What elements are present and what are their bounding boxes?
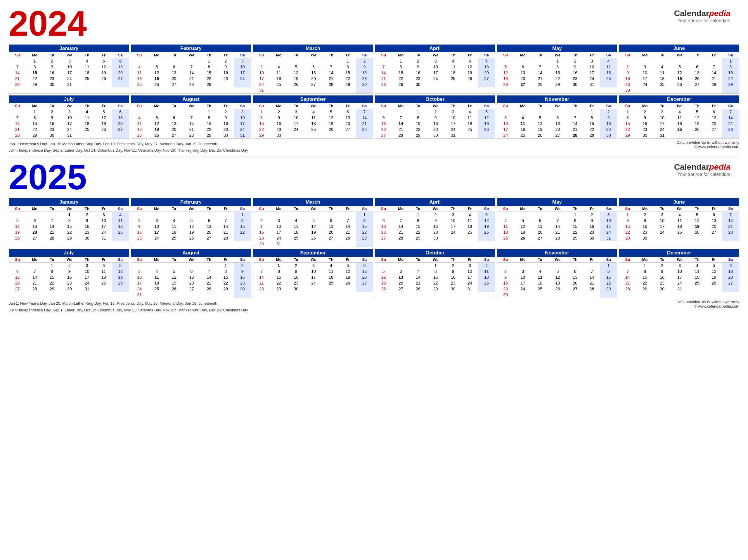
calendar-day: 20: [392, 280, 410, 286]
calendar-day: 28: [253, 286, 270, 292]
calendar-day: 20: [304, 76, 323, 81]
calendar-day: 11: [461, 115, 478, 121]
calendar-day: 29: [253, 132, 270, 138]
calendar-day: 26: [166, 286, 182, 292]
month-header: July: [9, 95, 129, 103]
calendar-day: 19: [706, 274, 722, 280]
calendar-day: 3: [288, 109, 304, 115]
day-header-tu: Tu: [288, 52, 304, 58]
day-header-mo: Mo: [26, 103, 44, 109]
calendar-day: 19: [461, 70, 478, 76]
calendar-day: 15: [584, 121, 600, 126]
calendar-day: 23: [78, 229, 95, 235]
calendar-day: 19: [95, 121, 112, 126]
calendar-day: [532, 109, 548, 115]
calendar-day: 25: [78, 76, 95, 81]
calendar-day: 4: [288, 218, 304, 224]
calendar-day: 20: [548, 126, 567, 132]
calendar-day: 17: [270, 229, 288, 235]
calendar-day: 25: [323, 280, 339, 286]
calendar-day: 14: [722, 218, 739, 224]
calendar-day: 24: [304, 280, 323, 286]
calendar-day: 5: [689, 109, 705, 115]
calendar-day: 15: [619, 224, 636, 229]
calendar-day: [600, 81, 617, 87]
calendar-day: [288, 241, 304, 247]
calendar-day: 11: [671, 218, 689, 224]
calendar-day: 17: [95, 224, 112, 229]
calendar-day: 3: [148, 218, 166, 224]
calendar-day: 8: [619, 218, 636, 224]
day-header-sa: Sa: [112, 52, 128, 58]
calendar-day: 1: [201, 58, 217, 64]
calendar-day: 19: [514, 229, 532, 235]
calendar-day: 18: [671, 121, 689, 126]
day-header-su: Su: [131, 52, 148, 58]
calendar-day: 23: [426, 126, 445, 132]
day-header-we: We: [182, 206, 201, 212]
calendar-day: 6: [166, 64, 182, 70]
calendar-day: 20: [375, 229, 392, 235]
calendar-grid-2024: JanuarySuMoTuWeThFrSa1234567891011121314…: [9, 44, 739, 138]
calendar-day: 12: [497, 70, 514, 76]
year-2025-title: 2025: [9, 160, 87, 194]
calendar-day: 1: [44, 263, 60, 269]
calendar-day: [532, 292, 548, 298]
calendar-day: 16: [288, 274, 304, 280]
calendar-day: 23: [619, 81, 636, 87]
day-header-tu: Tu: [410, 257, 426, 263]
calendar-day: 9: [410, 64, 426, 70]
calendar-day: 28: [567, 132, 584, 138]
calendar-day: 29: [426, 286, 445, 292]
brand-logo-2025: Calendarpedia Your source for calendars: [674, 162, 730, 177]
calendar-day: 7: [253, 269, 270, 274]
calendar-day: 11: [323, 269, 339, 274]
calendar-day: 22: [600, 280, 617, 286]
day-header-su: Su: [131, 257, 148, 263]
calendar-day: [304, 212, 323, 218]
calendar-day: 15: [567, 224, 584, 229]
calendar-day: 28: [323, 81, 339, 87]
calendar-day: 30: [217, 132, 234, 138]
calendar-day: 25: [654, 81, 671, 87]
calendar-day: 22: [584, 126, 600, 132]
calendar-day: 22: [410, 229, 426, 235]
calendar-day: 29: [356, 235, 373, 241]
calendar-day: 15: [26, 121, 44, 126]
day-header-th: Th: [567, 103, 584, 109]
calendar-day: 2: [60, 263, 78, 269]
calendar-day: 1: [722, 58, 739, 64]
calendar-day: 3: [95, 212, 112, 218]
day-header-su: Su: [131, 103, 148, 109]
calendar-day: 11: [514, 121, 532, 126]
calendar-day: [26, 212, 44, 218]
day-header-su: Su: [497, 206, 514, 212]
calendar-day: 15: [340, 70, 356, 76]
calendar-day: 20: [514, 76, 532, 81]
calendar-day: [148, 212, 166, 218]
calendar-day: 2: [426, 212, 445, 218]
calendar-day: 20: [182, 280, 201, 286]
calendar-day: [304, 87, 323, 93]
calendar-day: 6: [478, 58, 495, 64]
calendar-day: 20: [340, 121, 356, 126]
calendar-day: 4: [478, 263, 495, 269]
calendar-day: 21: [182, 126, 201, 132]
calendar-day: 29: [217, 286, 234, 292]
calendar-day: 5: [323, 109, 339, 115]
day-header-we: We: [426, 52, 445, 58]
calendar-day: [9, 212, 26, 218]
calendar-day: 26: [148, 132, 166, 138]
calendar-day: 3: [60, 58, 78, 64]
month-calendar-july: JulySuMoTuWeThFrSa1234567891011121314151…: [9, 95, 129, 138]
calendar-day: [497, 109, 514, 115]
calendar-day: 12: [95, 115, 112, 121]
calendar-day: 14: [340, 224, 356, 229]
calendar-day: 14: [9, 70, 26, 76]
calendar-day: [478, 286, 495, 292]
calendar-day: 31: [671, 286, 689, 292]
calendar-day: 26: [304, 235, 323, 241]
calendar-day: 18: [270, 76, 288, 81]
calendar-day: [304, 58, 323, 64]
calendar-day: 7: [26, 269, 44, 274]
